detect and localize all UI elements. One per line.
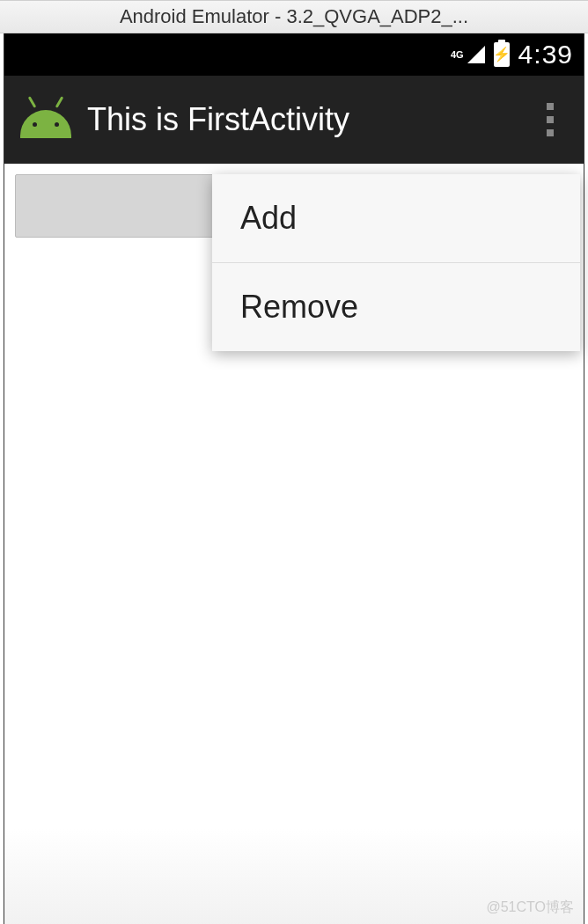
overflow-dot-icon	[547, 129, 554, 136]
battery-charging-icon: ⚡	[494, 42, 510, 67]
status-bar: 4G ⚡ 4:39	[4, 33, 584, 76]
battery-bolt-icon: ⚡	[493, 48, 511, 62]
signal-icon	[467, 46, 485, 63]
device-frame: 4G ⚡ 4:39 This is FirstActivity Add	[4, 33, 584, 924]
network-indicator: 4G	[451, 49, 464, 60]
app-bar: This is FirstActivity	[4, 76, 584, 164]
menu-item-label: Remove	[240, 289, 358, 326]
overflow-dot-icon	[547, 116, 554, 123]
menu-item-remove[interactable]: Remove	[212, 263, 580, 351]
emulator-window-title: Android Emulator - 3.2_QVGA_ADP2_...	[120, 5, 468, 28]
android-icon	[20, 101, 71, 138]
status-time: 4:39	[518, 40, 573, 70]
menu-item-add[interactable]: Add	[212, 174, 580, 262]
watermark: @51CTO博客	[486, 898, 574, 917]
emulator-window-titlebar: Android Emulator - 3.2_QVGA_ADP2_...	[0, 0, 588, 33]
popup-menu: Add Remove	[212, 174, 580, 351]
menu-item-label: Add	[240, 200, 297, 237]
app-bar-title: This is FirstActivity	[87, 101, 517, 138]
content-area: Add Remove	[4, 174, 584, 924]
overflow-menu-button[interactable]	[533, 93, 568, 146]
overflow-dot-icon	[547, 103, 554, 110]
